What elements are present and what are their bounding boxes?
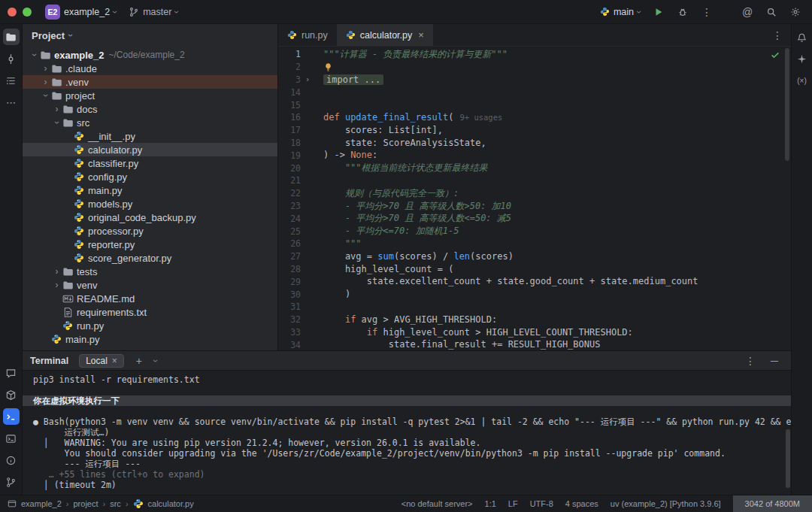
new-terminal-tab-icon[interactable]: + [130,352,148,370]
breadcrumb-item[interactable]: src [110,499,121,508]
tree-item-__init__.py[interactable]: __init__.py [23,129,277,143]
status-item[interactable]: 4 spaces [565,499,598,508]
more-actions-icon[interactable]: ⋮ [698,3,716,21]
line-number: 29 [278,277,301,287]
editor-gutter: 123›141516171819202122232425262728293031… [278,47,316,350]
tree-item-README.md[interactable]: README.md [23,292,277,305]
tree-item-tests[interactable]: ›tests [23,265,277,278]
zoom-window-button[interactable] [23,8,32,17]
tree-item-main.py[interactable]: main.py [23,332,277,346]
inspections-passed-icon[interactable] [770,50,780,60]
tree-item-label: original_code_backup.py [88,212,196,223]
ai-assistant-tool-button[interactable] [794,50,810,67]
vcs-widget[interactable]: master › [126,5,181,19]
fold-arrow-icon[interactable]: › [301,74,314,84]
chevron-down-icon[interactable]: › [41,90,51,101]
code-editor[interactable]: 123›141516171819202122232425262728293031… [278,47,791,350]
project-panel-header[interactable]: Project › [23,24,277,47]
chevron-right-icon[interactable]: › [51,266,62,277]
problems-tool-button[interactable] [3,452,20,468]
tree-item-classifier.py[interactable]: classifier.py [23,156,277,170]
code-segment [323,327,367,338]
status-item[interactable]: LF [508,499,518,508]
tab-calculator-py[interactable]: calculator.py × [337,24,433,46]
commit-tool-button[interactable] [3,50,20,67]
editor-code: """计算器 - 负责最终结果的计算与更新"""import ...def up… [316,47,791,350]
tree-item-calculator.py[interactable]: calculator.py [23,143,277,156]
bullet-icon: ● [33,417,38,427]
tree-item-models.py[interactable]: models.py [23,197,277,211]
chevron-right-icon[interactable]: › [51,280,62,290]
close-terminal-tab-icon[interactable]: × [112,356,117,366]
python-packages-tool-button[interactable] [3,386,20,403]
project-panel: Project › ›example_2~/Code/example_2›.cl… [23,24,278,350]
settings-gear-icon[interactable] [786,3,804,21]
tree-item-config.py[interactable]: config.py [23,170,277,183]
project-window-icon [8,499,17,508]
breadcrumb-item[interactable]: example_2 [21,499,62,508]
python-console-tool-button[interactable] [3,430,20,447]
chevron-down-icon[interactable]: › [29,50,40,61]
terminal-scrollbar[interactable] [786,429,790,488]
terminal-tool-button[interactable] [3,408,20,425]
line-number: 1 [278,49,301,59]
version-control-tool-button[interactable] [3,474,20,490]
more-tool-windows-icon[interactable]: ⋯ [3,94,20,111]
tree-item-score_generator.py[interactable]: score_generator.py [23,251,277,265]
editor-scrollbar[interactable] [785,48,789,161]
usages-inlay-hint[interactable]: 9+ usages [459,113,502,122]
chevron-right-icon[interactable]: › [40,63,51,74]
run-config-widget[interactable]: main › [597,5,644,19]
tree-item-label: docs [77,104,97,115]
chevron-down-icon: › [66,34,75,37]
breadcrumb-item[interactable]: project [74,499,98,508]
tree-item-venv[interactable]: ›venv [23,278,277,292]
structure-tool-button[interactable] [3,72,20,89]
intention-bulb-icon[interactable] [323,62,333,72]
inline-completion-button[interactable]: (×) [794,72,810,89]
close-tab-icon[interactable]: × [418,29,424,41]
tree-item-example_2[interactable]: ›example_2~/Code/example_2 [23,48,277,62]
chevron-right-icon[interactable]: › [40,77,51,87]
tree-item-project[interactable]: ›project [23,89,277,102]
tree-item-.claude[interactable]: ›.claude [23,62,277,75]
tree-item-label: .claude [65,63,97,74]
tree-item-docs[interactable]: ›docs [23,102,277,116]
status-item[interactable]: 1:1 [485,499,496,508]
project-widget[interactable]: E2 example_2 › [42,3,120,21]
breadcrumb-item[interactable]: calculator.py [148,499,194,508]
chat-tool-button[interactable] [3,365,20,381]
ai-assistant-icon[interactable]: @ [738,3,756,21]
tree-item-original_code_backup.py[interactable]: original_code_backup.py [23,211,277,224]
hide-terminal-icon[interactable]: ─ [765,352,783,370]
python-icon [74,253,86,263]
notifications-bell-icon[interactable] [794,29,810,45]
tree-item-reporter.py[interactable]: reporter.py [23,238,277,251]
code-line [323,61,791,74]
tree-item-run.py[interactable]: run.py [23,319,277,332]
pycharm-window: E2 example_2 › master › main › ⋮ @ [0,0,812,512]
tree-item-main.py[interactable]: main.py [23,183,277,197]
terminal-output[interactable]: pip3 install -r requirements.txt你在虚拟环境执行… [23,371,791,495]
chevron-right-icon[interactable]: › [51,104,62,114]
tree-item-src[interactable]: ›src [23,116,277,129]
project-tool-button[interactable] [3,29,20,45]
debug-button[interactable] [674,3,692,21]
tree-item-.venv[interactable]: ›.venv [23,75,277,89]
close-window-button[interactable] [8,8,17,17]
terminal-tab-local[interactable]: Local × [79,354,124,368]
tree-item-requirements.txt[interactable]: requirements.txt [23,305,277,319]
search-everywhere-icon[interactable] [762,3,780,21]
run-button[interactable] [650,3,668,21]
tab-options-icon[interactable]: ⋮ [768,26,786,44]
terminal-options-icon[interactable]: ⋮ [741,352,759,370]
status-item[interactable]: UTF-8 [530,499,553,508]
code-segment: (scores) / [394,251,453,262]
status-item[interactable]: uv (example_2) [Python 3.9.6] [611,499,721,508]
terminal-dropdown-icon[interactable]: › [151,359,160,362]
memory-indicator[interactable]: 3042 of 4800M [733,495,812,512]
tab-run-py[interactable]: run.py [278,24,337,46]
chevron-down-icon[interactable]: › [52,117,62,129]
status-item[interactable]: <no default server> [401,499,473,508]
tree-item-processor.py[interactable]: processor.py [23,224,277,238]
